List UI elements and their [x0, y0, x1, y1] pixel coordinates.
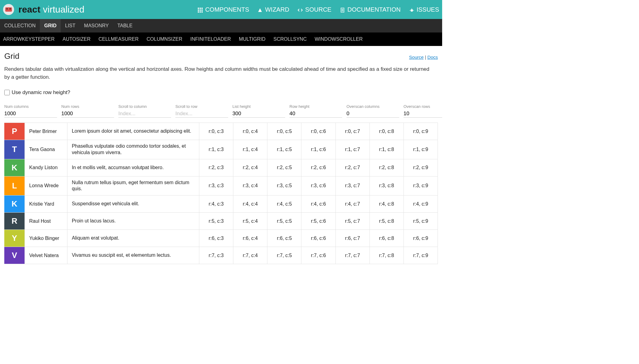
virtualized-grid[interactable]: PPeter BrimerLorem ipsum dolor sit amet,…: [4, 123, 438, 264]
row-desc: Lorem ipsum dolor sit amet, consectetur …: [67, 123, 199, 140]
tab-cellmeasurer[interactable]: CELLMEASURER: [98, 36, 139, 42]
header-nav-label: ISSUES: [417, 6, 439, 13]
grid-row: LLonna WredeNulla rutrum tellus ipsum, e…: [4, 176, 438, 196]
row-cell: r:3, c:3: [199, 176, 233, 195]
header-nav-source[interactable]: SOURCE: [298, 6, 331, 13]
tab-infiniteloader[interactable]: INFINITELOADER: [190, 36, 231, 42]
row-name: Tera Gaona: [25, 140, 67, 159]
tab-collection[interactable]: COLLECTION: [0, 19, 40, 32]
row-desc: Aliquam erat volutpat.: [67, 230, 199, 247]
row-cell: r:2, c:3: [199, 159, 233, 176]
header-nav-components[interactable]: COMPONENTS: [198, 6, 249, 13]
dynamic-row-height-row: Use dynamic row height?: [4, 89, 438, 96]
row-cell: r:7, c:7: [336, 247, 370, 264]
control-input[interactable]: [61, 110, 114, 118]
control-label: Num rows: [61, 104, 114, 109]
row-cell: r:7, c:3: [199, 247, 233, 264]
control-input[interactable]: [346, 110, 399, 118]
control-input[interactable]: [4, 110, 57, 118]
row-badge: P: [4, 123, 25, 140]
row-cell: r:6, c:3: [199, 230, 233, 247]
control-num-columns: Num columns: [4, 104, 57, 118]
row-desc: Proin ut lacus lacus.: [67, 213, 199, 229]
row-badge: K: [4, 159, 25, 176]
docs-link[interactable]: Docs: [427, 55, 438, 60]
bug-icon: [409, 7, 414, 12]
row-cell: r:0, c:8: [370, 123, 404, 140]
row-badge: Y: [4, 230, 25, 247]
control-input[interactable]: [289, 110, 342, 118]
row-cell: r:7, c:4: [233, 247, 267, 264]
control-overscan-rows: Overscan rows: [404, 104, 442, 118]
tab-list[interactable]: LIST: [61, 19, 80, 32]
control-list-height: List height: [232, 104, 285, 118]
row-cell: r:3, c:6: [301, 176, 335, 195]
row-cell: r:6, c:4: [233, 230, 267, 247]
tab-grid[interactable]: GRID: [40, 19, 61, 32]
separator: |: [425, 55, 426, 60]
brand-light: virtualized: [43, 4, 84, 14]
row-cell: r:7, c:8: [370, 247, 404, 264]
control-input[interactable]: [175, 110, 228, 118]
row-cell: r:2, c:5: [267, 159, 301, 176]
row-name: Velvet Natera: [25, 247, 67, 264]
tab-table[interactable]: TABLE: [113, 19, 137, 32]
header-nav-label: SOURCE: [305, 6, 331, 13]
tab-columnsizer[interactable]: COLUMNSIZER: [147, 36, 182, 42]
grid-row: KKandy ListonIn et mollis velit, accumsa…: [4, 159, 438, 176]
row-cell: r:2, c:6: [301, 159, 335, 176]
dynamic-row-height-checkbox[interactable]: [4, 90, 10, 95]
row-name: Lonna Wrede: [25, 176, 67, 195]
control-label: List height: [232, 104, 285, 109]
control-input[interactable]: [232, 110, 285, 118]
row-cell: r:4, c:9: [404, 195, 438, 212]
tab-masonry[interactable]: MASONRY: [80, 19, 113, 32]
row-cell: r:1, c:4: [233, 140, 267, 159]
header-nav-wizard[interactable]: WIZARD: [258, 6, 289, 13]
row-name: Peter Brimer: [25, 123, 67, 140]
row-desc: Phasellus vulputate odio commodo tortor …: [67, 140, 199, 159]
tab-arrowkeystepper[interactable]: ARROWKEYSTEPPER: [3, 36, 55, 42]
tab-windowscroller[interactable]: WINDOWSCROLLER: [315, 36, 362, 42]
brand-dark: react: [18, 4, 40, 14]
row-cell: r:4, c:8: [370, 195, 404, 212]
nav-secondary: ARROWKEYSTEPPERAUTOSIZERCELLMEASURERCOLU…: [0, 32, 442, 46]
row-badge: T: [4, 140, 25, 159]
svg-rect-8: [201, 11, 203, 13]
row-cell: r:4, c:6: [301, 195, 335, 212]
grid-icon: [198, 7, 203, 12]
row-cell: r:1, c:9: [404, 140, 438, 159]
control-input[interactable]: [404, 110, 442, 118]
row-cell: r:5, c:8: [370, 213, 404, 229]
control-input[interactable]: [118, 110, 171, 118]
brand: react virtualized: [18, 4, 84, 15]
row-cell: r:7, c:5: [267, 247, 301, 264]
row-cell: r:1, c:7: [336, 140, 370, 159]
row-cell: r:6, c:6: [301, 230, 335, 247]
control-num-rows: Num rows: [61, 104, 114, 118]
tab-multigrid[interactable]: MULTIGRID: [239, 36, 266, 42]
row-cell: r:3, c:5: [267, 176, 301, 195]
row-cell: r:0, c:7: [336, 123, 370, 140]
control-label: Row height: [289, 104, 342, 109]
control-label: Overscan rows: [404, 104, 442, 109]
row-cell: r:5, c:4: [233, 213, 267, 229]
header-nav-issues[interactable]: ISSUES: [409, 6, 439, 13]
grid-row: PPeter BrimerLorem ipsum dolor sit amet,…: [4, 123, 438, 140]
row-cell: r:1, c:3: [199, 140, 233, 159]
header-nav: COMPONENTSWIZARDSOURCEDOCUMENTATIONISSUE…: [198, 6, 439, 13]
code-icon: [298, 7, 303, 12]
page-title: Grid: [4, 51, 19, 61]
tab-scrollsync[interactable]: SCROLLSYNC: [274, 36, 307, 42]
row-cell: r:0, c:5: [267, 123, 301, 140]
source-link[interactable]: Source: [409, 55, 424, 60]
row-desc: In et mollis velit, accumsan volutpat li…: [67, 159, 199, 176]
row-cell: r:6, c:9: [404, 230, 438, 247]
grid-row: TTera GaonaPhasellus vulputate odio comm…: [4, 140, 438, 159]
tab-autosizer[interactable]: AUTOSIZER: [63, 36, 90, 42]
header-nav-documentation[interactable]: DOCUMENTATION: [340, 6, 401, 13]
row-badge: V: [4, 247, 25, 264]
svg-rect-6: [198, 11, 199, 13]
svg-point-13: [411, 9, 413, 12]
control-label: Scroll to column: [118, 104, 171, 109]
